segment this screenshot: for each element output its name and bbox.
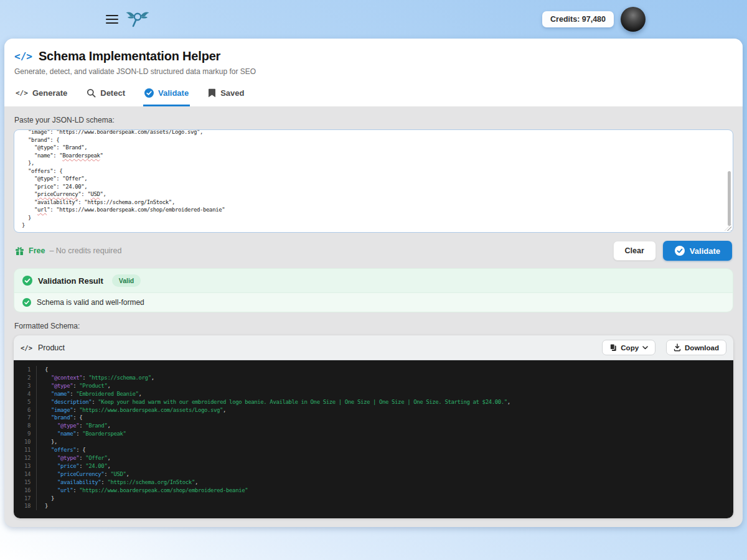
code-line: 14 "priceCurrency": "USD", <box>14 470 733 478</box>
code-icon: </> <box>16 89 28 97</box>
free-label: Free <box>29 246 45 255</box>
hamburger-menu-icon[interactable] <box>106 15 118 24</box>
line-number: 6 <box>14 406 37 414</box>
code-line: 17 } <box>14 495 733 503</box>
schema-editor[interactable]: "image": "https://www.boarderspeak.com/a… <box>14 129 733 233</box>
schema-type-label: Product <box>38 343 65 352</box>
tab-bar: </> Generate Detect Validate Saved <box>14 83 733 106</box>
editor-line: }, <box>22 159 725 167</box>
code-line: 7 "brand": { <box>14 414 733 422</box>
line-number: 3 <box>14 382 37 390</box>
gift-icon <box>15 246 24 256</box>
editor-line: "url": "https://www.boarderspeak.com/sho… <box>22 206 725 214</box>
tab-label: Validate <box>158 88 189 98</box>
line-number: 17 <box>14 495 37 503</box>
validation-title: Validation Result <box>38 276 103 286</box>
winged-magnifier-logo-icon <box>126 11 149 28</box>
line-number: 11 <box>14 446 37 454</box>
formatted-schema-card: </> Product Copy Download <box>14 335 733 518</box>
editor-line: "priceCurrency": "USD", <box>22 190 725 198</box>
code-line: 6 "image": "https://www.boarderspeak.com… <box>14 406 733 414</box>
code-line: 1{ <box>14 366 733 374</box>
code-icon: </> <box>14 50 32 62</box>
code-line: 13 "price": "24.00", <box>14 462 733 470</box>
validation-message-row: Schema is valid and well-formed <box>14 292 733 312</box>
line-number: 8 <box>14 422 37 430</box>
tab-saved[interactable]: Saved <box>207 83 245 106</box>
download-button[interactable]: Download <box>666 340 726 355</box>
page-title: Schema Implementation Helper <box>39 49 220 63</box>
code-line: 3 "@type": "Product", <box>14 382 733 390</box>
tab-label: Generate <box>32 88 67 98</box>
line-number: 10 <box>14 438 37 446</box>
validation-panel: Validation Result Valid Schema is valid … <box>14 268 733 312</box>
code-line: 5 "description": "Keep your head warm wi… <box>14 398 733 406</box>
card-body: Paste your JSON‑LD schema: "image": "htt… <box>4 106 743 527</box>
page-subtitle: Generate, detect, and validate JSON‑LD s… <box>14 67 733 76</box>
code-line: 4 "name": "Embroidered Beanie", <box>14 390 733 398</box>
formatted-schema-label: Formatted Schema: <box>14 322 733 330</box>
code-line: 11 "offers": { <box>14 446 733 454</box>
tab-detect[interactable]: Detect <box>85 83 126 106</box>
editor-scrollbar-thumb[interactable] <box>728 171 731 226</box>
line-number: 1 <box>14 366 37 374</box>
line-number: 9 <box>14 430 37 438</box>
line-number: 13 <box>14 462 37 470</box>
check-circle-icon <box>22 298 31 307</box>
editor-line: "price": "24.00", <box>22 183 725 191</box>
copy-icon <box>609 343 617 352</box>
line-number: 18 <box>14 502 37 510</box>
code-line: 2 "@context": "https://schema.org", <box>14 374 733 382</box>
page-background: { "icons": { "code_glyph": "<\/>", "logo… <box>0 0 747 560</box>
line-number: 15 <box>14 478 37 487</box>
code-line: 8 "@type": "Brand", <box>14 422 733 430</box>
tab-label: Saved <box>220 88 244 98</box>
code-line: 10 }, <box>14 438 733 446</box>
code-line: 12 "@type": "Offer", <box>14 454 733 462</box>
tab-generate[interactable]: </> Generate <box>14 83 68 106</box>
tab-validate[interactable]: Validate <box>143 83 190 106</box>
editor-label: Paste your JSON‑LD schema: <box>14 116 733 124</box>
validate-button-label: Validate <box>690 246 720 256</box>
code-line: 18} <box>14 502 733 510</box>
download-button-label: Download <box>685 344 719 352</box>
line-number: 16 <box>14 487 37 495</box>
copy-button[interactable]: Copy <box>602 340 655 355</box>
editor-line: "availability": "https://schema.org/InSt… <box>22 198 725 207</box>
bookmark-icon <box>208 88 216 98</box>
pricing-row: Free – No credits required Clear Validat… <box>15 241 732 261</box>
code-line: 15 "availability": "https://schema.org/I… <box>14 478 733 487</box>
app-logo[interactable] <box>126 11 149 28</box>
search-icon <box>87 88 96 98</box>
code-icon: </> <box>21 344 32 352</box>
validation-message: Schema is valid and well-formed <box>37 298 144 307</box>
line-number: 7 <box>14 414 37 422</box>
editor-line: "@type": "Offer", <box>22 175 725 183</box>
user-avatar[interactable] <box>621 7 646 32</box>
top-header: Credits: 97,480 <box>0 0 747 39</box>
copy-button-label: Copy <box>621 344 639 352</box>
editor-line: "@type": "Brand", <box>22 144 725 152</box>
editor-line: "image": "https://www.boarderspeak.com/a… <box>22 129 725 136</box>
editor-line: "offers": { <box>22 167 725 175</box>
check-circle-icon <box>675 246 685 256</box>
credits-badge[interactable]: Credits: 97,480 <box>542 11 614 27</box>
line-number: 14 <box>14 470 37 478</box>
validate-button[interactable]: Validate <box>663 241 732 261</box>
editor-line: } <box>22 214 725 222</box>
code-card-header: </> Product Copy Download <box>14 335 733 360</box>
tab-label: Detect <box>100 88 125 98</box>
chevron-down-icon <box>642 346 648 350</box>
clear-button[interactable]: Clear <box>613 241 656 261</box>
check-circle-icon <box>22 276 32 286</box>
download-icon <box>674 343 681 352</box>
code-lines: 1{2 "@context": "https://schema.org",3 "… <box>14 360 733 518</box>
line-number: 4 <box>14 390 37 398</box>
editor-line: "name": "Boarderspeak" <box>22 152 725 160</box>
code-line: 9 "name": "Boarderspeak" <box>14 430 733 438</box>
check-circle-icon <box>144 88 154 98</box>
editor-line: } <box>22 222 725 230</box>
free-note: – No credits required <box>49 246 121 255</box>
editor-line: "brand": { <box>22 136 725 144</box>
line-number: 5 <box>14 398 37 406</box>
